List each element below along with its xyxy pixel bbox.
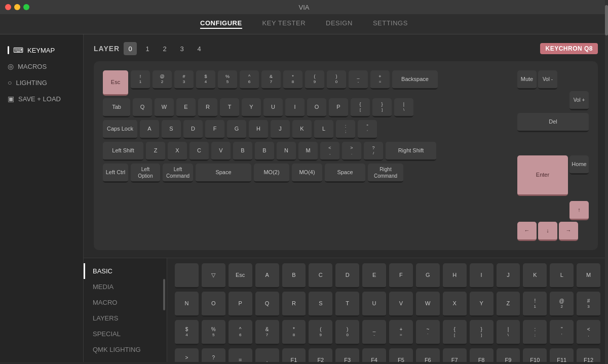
key-semicolon[interactable]: :;: [336, 120, 355, 139]
key-h[interactable]: H: [249, 120, 268, 139]
sidebar-item-macros[interactable]: ◎ MACROS: [0, 58, 83, 74]
grid-key-star[interactable]: *8: [282, 320, 306, 345]
key-backspace[interactable]: Backspace: [392, 70, 438, 90]
grid-key-lt[interactable]: <,: [577, 320, 600, 345]
grid-key-uscore[interactable]: _-: [362, 320, 386, 345]
key-slash[interactable]: ?/: [364, 142, 383, 161]
key-esc[interactable]: Esc: [103, 70, 128, 96]
key-caps-lock[interactable]: Caps Lock: [103, 120, 137, 139]
grid-key-caret[interactable]: ^6: [229, 320, 252, 345]
grid-key-percent[interactable]: %5: [202, 320, 225, 345]
grid-key-transparent[interactable]: ▽: [202, 263, 225, 289]
grid-key-l[interactable]: L: [550, 263, 574, 289]
key-8[interactable]: *8: [283, 70, 302, 90]
key-comma[interactable]: <,: [320, 142, 339, 161]
key-left-command[interactable]: LeftCommand: [163, 164, 193, 183]
layer-btn-3[interactable]: 3: [175, 42, 188, 55]
key-k[interactable]: K: [292, 120, 312, 139]
grid-key-f1[interactable]: F1: [282, 348, 306, 362]
key-b-right[interactable]: B: [255, 142, 274, 161]
grid-key-f11[interactable]: F11: [550, 348, 574, 362]
sidebar-item-lighting[interactable]: ○ LIGHTING: [0, 74, 83, 91]
grid-key-f12[interactable]: F12: [577, 348, 600, 362]
layer-btn-4[interactable]: 4: [193, 42, 206, 55]
key-minus[interactable]: _-: [349, 70, 368, 90]
key-o[interactable]: O: [307, 98, 326, 117]
grid-key-hash[interactable]: #3: [577, 292, 600, 317]
grid-key-f8[interactable]: F8: [470, 348, 493, 362]
key-left-shift[interactable]: Left Shift: [103, 142, 143, 161]
grid-key-z[interactable]: Z: [497, 292, 520, 317]
key-space-left[interactable]: Space: [196, 164, 251, 183]
grid-key-a[interactable]: A: [255, 263, 279, 289]
close-button[interactable]: [5, 4, 11, 10]
key-left[interactable]: ←: [517, 222, 537, 241]
key-tab[interactable]: Tab: [103, 98, 130, 117]
grid-key-h[interactable]: H: [443, 263, 467, 289]
bottom-sidebar-qmk-lighting[interactable]: QMK LIGHTING: [84, 342, 167, 357]
nav-configure[interactable]: CONFIGURE: [200, 19, 242, 29]
grid-key-w[interactable]: W: [416, 292, 440, 317]
key-p[interactable]: P: [329, 98, 348, 117]
key-j[interactable]: J: [271, 120, 290, 139]
grid-key-excl[interactable]: !1: [523, 292, 547, 317]
key-v[interactable]: V: [211, 142, 231, 161]
grid-key-colon[interactable]: :;: [523, 320, 547, 345]
bottom-sidebar-macro[interactable]: MACRO: [84, 295, 167, 310]
nav-settings[interactable]: SETTINGS: [373, 19, 408, 29]
grid-key-t[interactable]: T: [335, 292, 359, 317]
key-i[interactable]: I: [285, 98, 305, 117]
grid-key-f6[interactable]: F6: [416, 348, 440, 362]
grid-key-dollar[interactable]: $4: [175, 320, 199, 345]
key-right-shift[interactable]: Right Shift: [386, 142, 436, 161]
grid-key-eq[interactable]: =: [229, 348, 252, 362]
key-right[interactable]: →: [559, 222, 578, 241]
grid-key-p[interactable]: P: [229, 292, 252, 317]
grid-key-g[interactable]: G: [416, 263, 440, 289]
grid-key-f3[interactable]: F3: [335, 348, 359, 362]
grid-key-lbrace[interactable]: {[: [443, 320, 467, 345]
key-vol-down[interactable]: Vol -: [538, 70, 557, 90]
key-s[interactable]: S: [162, 120, 181, 139]
grid-key-e[interactable]: E: [362, 263, 386, 289]
key-x[interactable]: X: [168, 142, 187, 161]
key-right-command[interactable]: RightCommand: [368, 164, 403, 183]
grid-key-o[interactable]: O: [202, 292, 225, 317]
key-quote[interactable]: "': [358, 120, 377, 139]
bottom-sidebar-basic[interactable]: BASIC: [84, 263, 167, 279]
grid-key-rbrace[interactable]: }]: [470, 320, 493, 345]
key-9[interactable]: (9: [305, 70, 324, 90]
key-equals[interactable]: +=: [370, 70, 390, 90]
grid-key-y[interactable]: Y: [470, 292, 493, 317]
key-u[interactable]: U: [263, 98, 283, 117]
key-lbracket[interactable]: {[: [351, 98, 370, 117]
grid-key-v[interactable]: V: [389, 292, 413, 317]
layer-btn-2[interactable]: 2: [158, 42, 171, 55]
grid-key-n[interactable]: N: [175, 292, 199, 317]
key-c[interactable]: C: [189, 142, 209, 161]
grid-key-dquote[interactable]: "': [550, 320, 574, 345]
grid-key-f7[interactable]: F7: [443, 348, 467, 362]
grid-key-pipe[interactable]: |\: [497, 320, 520, 345]
key-home[interactable]: Home: [569, 155, 589, 175]
key-2[interactable]: @2: [153, 70, 172, 90]
nav-key-tester[interactable]: KEY TESTER: [262, 19, 306, 29]
nav-design[interactable]: DESIGN: [326, 19, 353, 29]
scrollbar-right[interactable]: [605, 258, 608, 362]
grid-key-x[interactable]: X: [443, 292, 467, 317]
grid-key-f9[interactable]: F9: [497, 348, 520, 362]
key-l[interactable]: L: [314, 120, 333, 139]
maximize-button[interactable]: [23, 4, 29, 10]
grid-key-at[interactable]: @2: [550, 292, 574, 317]
key-down[interactable]: ↓: [538, 222, 557, 241]
sidebar-item-save-load[interactable]: ▣ SAVE + LOAD: [0, 91, 83, 107]
key-0[interactable]: )0: [327, 70, 346, 90]
key-q[interactable]: Q: [133, 98, 152, 117]
bottom-sidebar-layers[interactable]: LAYERS: [84, 310, 167, 326]
scrollbar[interactable]: [163, 279, 165, 310]
key-m[interactable]: M: [298, 142, 318, 161]
key-vol-up[interactable]: Vol +: [569, 91, 589, 110]
key-a[interactable]: A: [140, 120, 159, 139]
key-t[interactable]: T: [220, 98, 239, 117]
key-mo4[interactable]: MO(4): [292, 164, 322, 183]
